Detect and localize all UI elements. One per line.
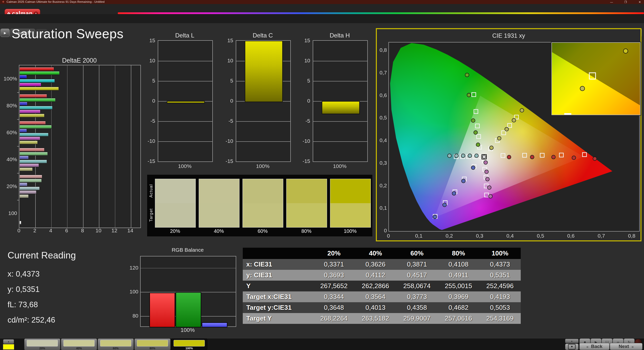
pattern-button-40%[interactable]: 40% bbox=[61, 338, 97, 350]
inset-measured-circle bbox=[623, 49, 628, 54]
measured-circle-cyan bbox=[468, 154, 472, 158]
cie-1931-panel[interactable]: CIE 1931 xy 0,80,70,60,50,40,30,20,10 00… bbox=[376, 28, 641, 241]
next-button[interactable]: Next » bbox=[610, 343, 642, 350]
deltae-bar-yellow bbox=[19, 87, 59, 91]
reading-x: x: 0,4373 bbox=[8, 270, 40, 279]
table-value-cell: 0,3564 bbox=[355, 291, 396, 302]
target-color bbox=[199, 203, 239, 227]
maximize-button[interactable]: ❐ bbox=[622, 0, 629, 4]
table-value-cell: 263,5182 bbox=[355, 313, 396, 324]
measured-circle-magenta bbox=[489, 194, 492, 198]
actual-color bbox=[199, 179, 239, 203]
reading-fl: fL: 73,68 bbox=[8, 300, 38, 309]
table-value-cell: 259,9007 bbox=[396, 313, 438, 324]
delta-y-tick: 10 bbox=[143, 58, 155, 64]
close-button[interactable]: ✕ bbox=[636, 0, 643, 4]
tab-strip: ▶ History 1 + X-Rite i1Pro 3 Direct View… bbox=[0, 14, 644, 23]
measured-circle-magenta bbox=[488, 186, 491, 189]
measured-circle-yellow bbox=[497, 137, 501, 140]
cie-x-tick: 0,8 bbox=[624, 233, 639, 239]
delta-l-x-label: 100% bbox=[158, 163, 212, 169]
delta-y-tick: -10 bbox=[143, 138, 155, 144]
table-value-cell: 0,3648 bbox=[313, 302, 355, 313]
table-value-cell: 0,4911 bbox=[438, 270, 479, 281]
pattern-button-60%[interactable]: 60% bbox=[98, 338, 134, 350]
table-value-cell: 255,0015 bbox=[438, 281, 479, 291]
pattern-button-100%[interactable]: 100% bbox=[171, 338, 207, 350]
deltae-bar-red bbox=[19, 94, 47, 98]
measured-circle-yellow bbox=[512, 118, 516, 122]
page-title: Saturation Sweeps bbox=[12, 26, 124, 41]
deltae-group-tick bbox=[17, 173, 19, 173]
deltae-chart-title: DeltaE 2000 bbox=[19, 57, 140, 64]
delta-h-plot bbox=[313, 40, 368, 162]
table-row-label: y: CIE31 bbox=[243, 270, 313, 281]
delta-y-tick: 0 bbox=[221, 98, 233, 104]
measured-circle-yellow bbox=[520, 108, 524, 112]
table-row-label: Y bbox=[243, 281, 313, 291]
delta-y-tick: -10 bbox=[298, 138, 310, 144]
deltae-bar-red bbox=[19, 67, 54, 71]
rgb-gridline bbox=[141, 268, 236, 269]
deltae-group-tick bbox=[17, 92, 19, 93]
measured-circle-green bbox=[467, 93, 471, 97]
table-row-label: Target Y bbox=[243, 313, 313, 324]
delta-y-tick: 5 bbox=[298, 78, 310, 84]
table-value-cell: 0,5351 bbox=[479, 270, 521, 281]
back-button[interactable]: « Back bbox=[579, 343, 610, 350]
pattern-swatch-row: 20%40%60%80%100% bbox=[24, 338, 207, 350]
collapse-left-panel-button[interactable]: ▶ bbox=[1, 29, 10, 37]
minimize-button[interactable]: — bbox=[608, 0, 615, 4]
deltae-x-tick: 14 bbox=[124, 228, 137, 234]
delta-y-tick: 0 bbox=[298, 98, 310, 104]
compare-swatch-label: 60% bbox=[243, 228, 283, 234]
transport-expand-button[interactable]: ▲ bbox=[565, 339, 579, 343]
deltae-bar-magenta bbox=[19, 163, 39, 167]
cie-x-tick: 0,3 bbox=[472, 233, 487, 239]
delta-y-tick: 15 bbox=[221, 37, 233, 43]
table-row: x: CIE310,33710,36260,38710,41080,4373 bbox=[243, 259, 521, 270]
deltae-y-tick: 40% bbox=[0, 156, 17, 162]
pattern-button-80%[interactable]: 80% bbox=[134, 338, 171, 350]
table-header-cell: 60% bbox=[396, 248, 438, 259]
cie-y-tick: 0,3 bbox=[377, 160, 387, 166]
cie-y-tick: 0,1 bbox=[377, 205, 387, 211]
measured-circle-cyan bbox=[461, 154, 465, 158]
pattern-panel-expand-button[interactable]: ▲ bbox=[3, 339, 14, 344]
deltae-bar-cyan bbox=[19, 187, 40, 190]
compare-swatch-label: 40% bbox=[199, 228, 239, 234]
pattern-label: 80% bbox=[135, 347, 170, 350]
next-arrow-icon: » bbox=[631, 344, 633, 349]
deltae-gridline bbox=[131, 65, 131, 228]
delta-c-plot bbox=[236, 40, 291, 162]
deltae-bar-cyan bbox=[19, 106, 53, 110]
deltae-bar-cyan bbox=[19, 160, 47, 163]
deltae-group-tick bbox=[17, 200, 19, 200]
deltae-gridline bbox=[99, 65, 99, 228]
pattern-button-20%[interactable]: 20% bbox=[24, 338, 60, 350]
cie-x-tick: 0,2 bbox=[442, 233, 457, 239]
measured-circle-yellow bbox=[490, 146, 493, 150]
spectrum-gradient-line bbox=[118, 12, 644, 14]
table-header-cell: 20% bbox=[313, 248, 355, 259]
delta-y-tick: 5 bbox=[143, 78, 155, 84]
delta-y-tick: 15 bbox=[298, 37, 310, 43]
cie-y-tick: 0,4 bbox=[377, 137, 387, 143]
deltae-group-tick bbox=[17, 146, 19, 147]
pattern-swatch bbox=[27, 340, 58, 346]
delta-gridline bbox=[158, 121, 212, 122]
delta-y-tick: 5 bbox=[221, 78, 233, 84]
pattern-swatch bbox=[137, 340, 168, 346]
deltae-bar-yellow bbox=[19, 114, 45, 117]
table-value-cell: 268,2264 bbox=[313, 313, 355, 324]
stop-frame-button[interactable]: ■ bbox=[565, 343, 579, 350]
table-value-cell: 254,3169 bbox=[479, 313, 521, 324]
table-value-cell: 0,3693 bbox=[313, 270, 355, 281]
pattern-label: 100% bbox=[171, 347, 207, 350]
deltae-x-tick: 0 bbox=[13, 228, 25, 234]
delta-gridline bbox=[313, 121, 367, 122]
delta-y-tick: -5 bbox=[221, 118, 233, 124]
deltae-x-tick: 2 bbox=[28, 228, 41, 234]
pattern-swatch bbox=[174, 340, 205, 346]
saturation-data-table: 20%40%60%80%100%x: CIE310,33710,36260,38… bbox=[243, 248, 521, 324]
